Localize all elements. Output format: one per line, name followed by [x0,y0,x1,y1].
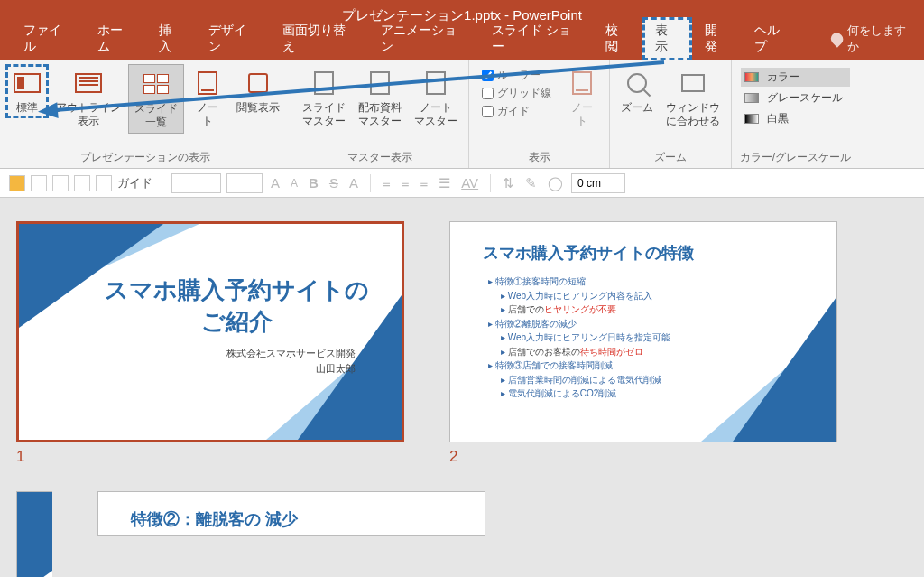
tab-design[interactable]: デザイン [196,17,270,60]
outline-view-button[interactable]: アウトライン 表示 [51,64,126,132]
grayscale-swatch-icon [744,93,759,103]
qat-section-icon[interactable] [9,175,25,191]
shape-effects-icon[interactable]: ◯ [545,175,566,191]
group-label-master-views: マスター表示 [347,148,412,168]
gridlines-checkbox[interactable]: グリッド線 [482,86,551,101]
group-label-color-grayscale: カラー/グレースケール [740,148,851,168]
increase-font-icon[interactable]: A [268,175,282,191]
tab-transitions[interactable]: 画面切り替え [270,17,368,60]
color-mode-bw[interactable]: 白黒 [741,109,850,128]
slide-number: 1 [16,448,404,466]
notes-pane-icon [572,71,592,95]
separator [490,174,491,192]
fit-window-button[interactable]: ウィンドウ に合わせる [661,64,725,132]
outline-view-icon [75,73,102,93]
font-name-dropdown[interactable] [171,173,221,193]
tab-file[interactable]: ファイル [11,17,85,60]
slide-master-button[interactable]: スライド マスター [297,64,351,132]
ribbon-tabs: ファイル ホーム 挿入 デザイン 画面切り替え アニメーション スライド ショー… [0,32,924,60]
slide-thumbnail-4[interactable]: 特徴②：離脱客の 減少 [97,491,485,577]
gridlines-label: グリッド線 [497,86,551,101]
group-label-show: 表示 [529,148,550,168]
notes-master-label: ノート マスター [414,101,457,128]
arrange-icon[interactable]: ⇅ [500,175,517,191]
notes-master-icon [426,71,446,95]
character-spacing-icon[interactable]: AV [458,175,481,191]
slide-sorter-icon [143,74,169,94]
slide4-title: 特徴②：離脱客の 減少 [131,508,298,530]
tab-insert[interactable]: 挿入 [146,17,196,60]
slide2-title: スマホ購入予約サイトの特徴 [483,242,694,264]
tab-developer[interactable]: 開発 [692,17,742,60]
fit-window-label: ウィンドウ に合わせる [666,101,720,128]
qat-guide-checkbox[interactable] [96,175,112,191]
handout-master-label: 配布資料 マスター [358,101,402,128]
group-label-zoom: ズーム [654,148,687,168]
bulb-icon [828,30,845,47]
align-center-icon[interactable]: ≡ [399,175,412,191]
notes-page-label: ノー ト [197,101,218,128]
slide-thumbnail-2[interactable]: スマホ購入予約サイトの特徴 特徴①接客時間の短縮 Web入力時にヒアリング内容を… [449,221,837,466]
normal-view-label: 標準 [16,101,38,115]
notes-master-button[interactable]: ノート マスター [409,64,463,132]
font-size-dropdown[interactable] [226,173,263,193]
bw-swatch-icon [744,114,759,124]
group-label-presentation-views: プレゼンテーションの表示 [80,148,210,168]
slide1-subtitle: 株式会社スマホサービス開発 山田太郎 [226,346,356,376]
color-mode-list: カラー グレースケール 白黒 [737,64,854,132]
align-right-icon[interactable]: ≡ [417,175,430,191]
tell-me-label: 何をしますか [847,23,915,55]
group-master-views: スライド マスター 配布資料 マスター ノート マスター マスター表示 [291,60,469,168]
tab-home[interactable]: ホーム [85,17,146,60]
guides-checkbox[interactable]: ガイド [482,104,551,119]
bold-icon[interactable]: B [306,175,321,191]
handout-master-button[interactable]: 配布資料 マスター [353,64,407,132]
zoom-icon [627,73,647,93]
notes-pane-label: ノー ト [571,101,593,128]
guides-label: ガイド [497,104,530,119]
tab-view[interactable]: 表示 [642,17,692,60]
normal-view-icon [14,73,41,93]
format-painter-icon[interactable]: ✎ [522,175,540,191]
slide-master-label: スライド マスター [302,101,346,128]
tell-me[interactable]: 何をしますか [822,17,925,60]
notes-page-icon [198,71,217,95]
bullets-icon[interactable]: ☰ [436,175,453,191]
group-color-grayscale: カラー グレースケール 白黒 カラー/グレースケール [732,60,859,168]
color-mode-grayscale[interactable]: グレースケール [741,88,850,107]
slide-sorter-label: スライド 一覧 [134,102,178,129]
qat-delete-icon[interactable] [74,175,90,191]
color-mode-bw-label: 白黒 [763,110,792,127]
align-left-icon[interactable]: ≡ [380,175,393,191]
qat-reset-icon[interactable] [52,175,69,191]
color-mode-color[interactable]: カラー [741,68,850,87]
tab-help[interactable]: ヘルプ [742,17,803,60]
color-mode-grayscale-label: グレースケール [763,89,846,107]
tab-slideshow[interactable]: スライド ショー [479,17,593,60]
slide2-body: 特徴①接客時間の短縮 Web入力時にヒアリング内容を記入 店舗でのヒヤリングが不… [488,275,670,401]
zoom-label: ズーム [621,101,653,115]
annotation-arrow-head [37,102,58,120]
slide-number: 2 [449,448,837,466]
decrease-font-icon[interactable]: A [288,177,300,190]
slide-sorter-area[interactable]: スマホ購入予約サイトの ご紹介 株式会社スマホサービス開発 山田太郎 1 スマホ… [0,198,924,577]
zoom-button[interactable]: ズーム [615,64,659,118]
slide1-title: スマホ購入予約サイトの ご紹介 [105,275,369,338]
tab-review[interactable]: 校閲 [593,17,642,60]
position-input[interactable] [571,173,625,193]
strikethrough-icon[interactable]: S [327,175,341,191]
slide-thumbnail-1[interactable]: スマホ購入予約サイトの ご紹介 株式会社スマホサービス開発 山田太郎 1 [16,221,404,466]
qat-layout-icon[interactable] [31,175,47,191]
color-mode-color-label: カラー [763,69,803,86]
fit-window-icon [681,74,705,92]
group-zoom: ズーム ウィンドウ に合わせる ズーム [610,60,732,168]
tab-animations[interactable]: アニメーション [368,17,478,60]
color-swatch-icon [744,72,759,82]
notes-pane-button[interactable]: ノー ト [560,64,604,132]
slide-thumbnail-3[interactable]: 3 [16,491,52,577]
reading-view-label: 閲覧表示 [236,101,280,115]
font-color-icon[interactable]: A [346,175,361,191]
reading-view-icon [248,73,268,93]
separator [370,174,371,192]
qat-guide-label: ガイド [117,175,152,191]
